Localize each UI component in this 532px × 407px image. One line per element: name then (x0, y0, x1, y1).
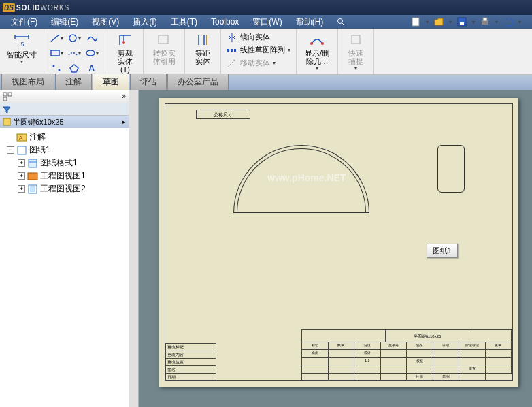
svg-line-1 (342, 23, 344, 25)
line-icon[interactable]: ▾ (50, 33, 63, 44)
tree-sheet1[interactable]: − 图纸1 (1, 144, 127, 157)
workspace: » 半圆键6x10x25 ▸ A 注解 − 图纸1 + (0, 90, 532, 407)
rect-geometry[interactable] (437, 145, 465, 193)
logo-works: WORKS (40, 4, 69, 12)
tb-cell: 审查 (459, 365, 486, 373)
tb-cell: 比例 (302, 350, 329, 357)
tree-drawing-view2[interactable]: + 工程图视图2 (1, 182, 127, 195)
tb-cell: 第 张 (433, 374, 460, 381)
tab-view-layout[interactable]: 视图布局 (1, 74, 54, 90)
tb-cell (329, 350, 355, 357)
menu-view[interactable]: 视图(V) (85, 15, 126, 29)
tb-cell (381, 365, 408, 373)
tree-sheet-format[interactable]: + 图纸格式1 (1, 157, 127, 169)
graphics-area[interactable]: 公称尺寸 www.pHome.NET 图纸1 更改标记 更改内容 更改位置 签名… (139, 90, 532, 407)
move-entities-button[interactable]: 移动实体▾ (225, 57, 292, 69)
svg-rect-31 (29, 159, 37, 167)
arc-geometry[interactable] (233, 145, 369, 213)
logo-solid: SOLID (16, 4, 41, 12)
smart-dimension-button[interactable]: .5 智能尺寸 ▾ (4, 31, 39, 66)
tb-cell (433, 350, 460, 357)
sheet-border: 公称尺寸 www.pHome.NET 图纸1 更改标记 更改内容 更改位置 签名… (165, 103, 513, 381)
polygon-icon[interactable] (67, 63, 81, 74)
linear-pattern-button[interactable]: 线性草图阵列▾ (225, 44, 292, 56)
command-tab-bar: 视图布局 注解 草图 评估 办公室产品 (0, 75, 532, 90)
offset-entities-button[interactable]: 等距实体 (189, 31, 216, 67)
tb-cell: 校核 (407, 358, 433, 365)
collapse-icon[interactable]: − (7, 146, 14, 154)
svg-point-16 (122, 41, 125, 44)
undo-icon[interactable] (502, 16, 514, 28)
annotation-folder-icon: A (16, 133, 27, 142)
tb-cell (459, 350, 486, 357)
convert-entities-button[interactable]: 转换实体引用 (148, 31, 180, 67)
tb-cell (354, 365, 381, 373)
menu-window[interactable]: 窗口(W) (246, 15, 288, 29)
svg-rect-4 (460, 22, 464, 25)
quick-access-toolbar: ▾ ▾ ▾ ▾ ▾ (410, 16, 528, 28)
sketch-tools-grid: ▾ ▾ ▾ ▾ ▾ A (48, 31, 103, 75)
tb-cell: 更改号 (381, 342, 408, 350)
drawing-sheet[interactable]: 公称尺寸 www.pHome.NET 图纸1 更改标记 更改内容 更改位置 签名… (159, 98, 518, 387)
svg-rect-30 (18, 146, 26, 154)
menu-help[interactable]: 帮助(H) (289, 15, 331, 29)
tb-cell (486, 358, 512, 365)
menu-insert[interactable]: 插入(I) (126, 15, 163, 29)
snap-icon (348, 33, 364, 48)
expand-icon[interactable]: + (18, 172, 25, 180)
panel-expand-icon[interactable]: » (122, 93, 126, 100)
search-icon[interactable] (330, 16, 352, 27)
tree-annotations[interactable]: A 注解 (1, 131, 127, 144)
sheet-label-button[interactable]: 图纸1 (427, 244, 458, 258)
svg-point-12 (53, 65, 55, 67)
rectangle-icon[interactable]: ▾ (50, 48, 63, 59)
feature-manager-panel: » 半圆键6x10x25 ▸ A 注解 − 图纸1 + (0, 90, 129, 407)
menu-edit[interactable]: 编辑(E) (44, 15, 85, 29)
text-icon[interactable]: A (85, 63, 99, 74)
tb-empty (469, 330, 512, 342)
config-icon[interactable] (3, 92, 12, 101)
tree-arrow-icon[interactable]: ▸ (122, 118, 126, 125)
menu-file[interactable]: 文件(F) (4, 15, 44, 29)
mirror-entities-button[interactable]: 镜向实体 (225, 31, 292, 43)
quick-snaps-button[interactable]: 快速捕捉 ▾ (342, 31, 369, 73)
filter-bar[interactable] (0, 103, 129, 116)
spline-icon[interactable] (85, 33, 99, 44)
show-delete-relations-button[interactable]: 显示/删除几… ▾ (301, 31, 333, 73)
menu-toolbox[interactable]: Toolbox (204, 16, 246, 28)
tb-cell (407, 350, 433, 357)
tab-evaluate[interactable]: 评估 (130, 74, 167, 90)
menu-bar: 文件(F) 编辑(E) 视图(V) 插入(I) 工具(T) Toolbox 窗口… (0, 15, 532, 29)
tree-drawing-view1[interactable]: + 工程图视图1 (1, 169, 127, 182)
ellipse-icon[interactable]: ▾ (85, 48, 99, 59)
rev-cell: 更改标记 (165, 343, 216, 351)
tb-cell: 阶段标记 (459, 342, 486, 350)
trim-icon (117, 33, 133, 48)
svg-rect-20 (234, 49, 236, 52)
ribbon-toolbar: .5 智能尺寸 ▾ ▾ ▾ ▾ ▾ ▾ A 剪裁实体(T) ▾ 转换实体引用 (0, 29, 532, 75)
expand-icon[interactable]: + (18, 159, 25, 167)
tab-annotate[interactable]: 注解 (55, 74, 92, 90)
tb-cell (354, 374, 381, 381)
expand-icon[interactable]: + (18, 185, 25, 193)
svg-marker-14 (70, 65, 78, 72)
svg-point-13 (59, 69, 61, 71)
save-icon[interactable] (456, 16, 468, 28)
new-doc-icon[interactable] (410, 16, 422, 28)
tab-sketch[interactable]: 草图 (93, 74, 129, 90)
open-icon[interactable] (433, 16, 445, 28)
svg-text:A: A (88, 63, 95, 73)
tb-cell (433, 365, 460, 373)
menu-tools[interactable]: 工具(T) (164, 15, 204, 29)
svg-rect-19 (231, 49, 233, 52)
tb-cell: 1:1 (354, 358, 381, 365)
print-icon[interactable] (479, 16, 491, 28)
tab-office[interactable]: 办公室产品 (167, 74, 229, 90)
tb-cell: 数量 (329, 342, 355, 350)
title-block-table: 半圆键6x10x25 标记数量分区更改号签名日期阶段标记重量比例设计1:1校核审… (301, 329, 512, 380)
arc-icon[interactable]: ▾ (67, 48, 81, 59)
circle-icon[interactable]: ▾ (67, 33, 81, 44)
dimension-icon: .5 (12, 33, 31, 49)
point-icon[interactable] (50, 63, 63, 74)
tb-cell (459, 374, 486, 381)
